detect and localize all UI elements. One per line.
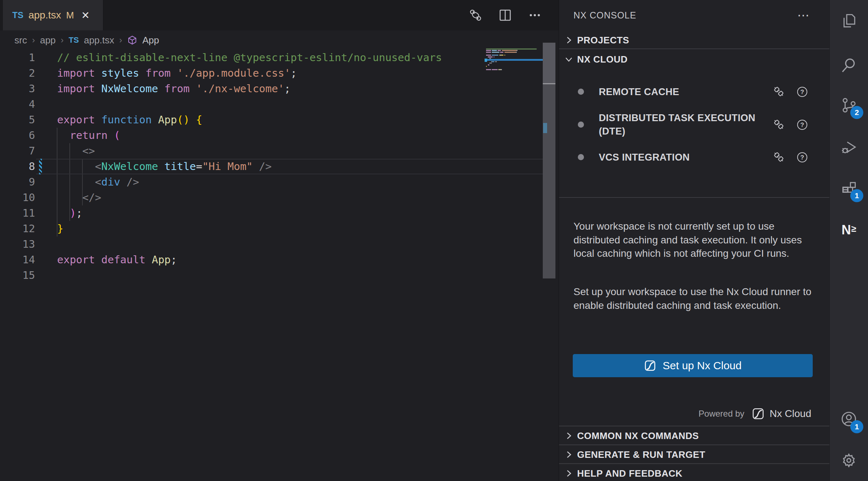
- breadcrumb-separator: ›: [61, 35, 64, 45]
- token-str: './app.module.css': [177, 67, 291, 79]
- nx-cloud-item-label[interactable]: DISTRIBUTED TASK EXECUTION (DTE): [599, 111, 772, 138]
- section-projects[interactable]: PROJECTS: [559, 32, 829, 48]
- tab-app-tsx[interactable]: TS app.tsx M ✕: [3, 0, 103, 30]
- token-kw: import: [57, 67, 95, 79]
- settings-gear-icon[interactable]: [839, 450, 859, 471]
- token-cm: // eslint-disable-next-line @typescript-…: [57, 51, 442, 64]
- nx-cloud-item-label[interactable]: VCS INTEGRATION: [599, 151, 772, 164]
- token-pl: [171, 67, 177, 79]
- section-common-nx-commands[interactable]: COMMON NX COMMANDS: [559, 426, 829, 445]
- gutter-modified-indicator: [39, 159, 42, 174]
- more-actions-icon[interactable]: [528, 8, 542, 22]
- question-icon[interactable]: ?: [796, 151, 808, 163]
- panel-header: NX CONSOLE ⋯: [559, 7, 829, 23]
- minimap-line: [486, 66, 487, 67]
- token-pl: [57, 145, 82, 157]
- status-bullet-icon: [578, 154, 584, 160]
- token-kw: default: [101, 254, 145, 266]
- token-pl: [120, 176, 126, 188]
- line-number: 2: [0, 65, 35, 81]
- breadcrumb-symbol[interactable]: App: [142, 35, 159, 46]
- line-number: 4: [0, 97, 35, 112]
- accounts-icon[interactable]: 1: [839, 409, 859, 430]
- line-number: 12: [0, 221, 35, 237]
- badge-count: 1: [850, 189, 863, 202]
- token-fn: App: [152, 254, 171, 266]
- run-debug-icon[interactable]: [839, 137, 859, 157]
- line-number: 14: [0, 252, 35, 268]
- section-generate-run-target[interactable]: GENERATE & RUN TARGET: [559, 444, 829, 464]
- chevron-right-icon: [564, 469, 573, 478]
- token-br: <: [95, 176, 101, 188]
- token-fn: App: [158, 114, 177, 126]
- svg-text:?: ?: [800, 154, 804, 161]
- token-gold: (): [177, 114, 190, 126]
- token-pl: [152, 114, 158, 126]
- connect-plug-icon[interactable]: [773, 119, 785, 131]
- minimap-line: [486, 64, 489, 65]
- scrollbar-slider-top: [543, 43, 555, 83]
- question-icon[interactable]: ?: [796, 119, 808, 131]
- chevron-down-icon: [564, 55, 573, 64]
- explorer-icon[interactable]: [839, 11, 859, 31]
- section-label: GENERATE & RUN TARGET: [577, 449, 705, 460]
- token-var: title: [164, 160, 196, 173]
- compare-changes-icon[interactable]: [468, 8, 483, 22]
- token-pl: [95, 67, 101, 79]
- token-var: styles: [101, 67, 139, 79]
- panel-title: NX CONSOLE: [573, 10, 636, 21]
- section-nx-cloud-label: NX CLOUD: [577, 54, 628, 65]
- breadcrumb-src[interactable]: src: [14, 35, 27, 46]
- breadcrumb-app[interactable]: app: [40, 35, 56, 46]
- connect-plug-icon[interactable]: [773, 86, 785, 98]
- setup-nx-cloud-button[interactable]: Set up Nx Cloud: [573, 354, 813, 377]
- token-pl: [190, 114, 196, 126]
- editor-scrollbar[interactable]: [543, 0, 555, 481]
- nx-cloud-item-label[interactable]: REMOTE CACHE: [599, 85, 772, 99]
- content-divider: [559, 197, 829, 198]
- token-pl: [95, 82, 101, 95]
- section-nx-cloud[interactable]: NX CLOUD: [559, 49, 829, 69]
- token-pl: [57, 160, 95, 173]
- minimap-line: [486, 63, 492, 64]
- panel-more-actions-icon[interactable]: ⋯: [797, 8, 811, 22]
- search-icon[interactable]: [839, 55, 859, 76]
- minimap-line: [486, 69, 502, 70]
- token-br: />: [126, 176, 139, 188]
- token-pl: [57, 207, 70, 219]
- line-number: 10: [0, 190, 35, 205]
- section-label: HELP AND FEEDBACK: [577, 468, 683, 479]
- badge-count: 2: [850, 106, 863, 119]
- token-var: NxWelcome: [101, 82, 158, 95]
- line-number: 6: [0, 128, 35, 143]
- token-pl: [253, 160, 259, 173]
- minimap-line: [486, 48, 537, 50]
- token-pl: [57, 176, 95, 188]
- section-help-and-feedback[interactable]: HELP AND FEEDBACK: [559, 463, 829, 481]
- line-number: 3: [0, 81, 35, 97]
- token-br: <: [95, 160, 101, 173]
- minimap-modified-marker: [485, 59, 487, 62]
- breadcrumb-file[interactable]: app.tsx: [84, 35, 114, 46]
- source-control-icon[interactable]: 2: [839, 95, 859, 115]
- token-pl: [145, 254, 151, 266]
- token-pl: [57, 191, 82, 204]
- extensions-icon[interactable]: 1: [839, 178, 859, 199]
- token-pun: ;: [171, 254, 177, 266]
- token-kw: return: [70, 129, 108, 141]
- token-pl: [158, 82, 164, 95]
- close-tab-icon[interactable]: ✕: [81, 9, 90, 21]
- token-pun: ;: [291, 67, 297, 79]
- breadcrumb-separator: ›: [32, 35, 35, 45]
- overview-ruler-modified-marker: [543, 123, 547, 133]
- nx-console-icon[interactable]: N≥: [839, 220, 859, 240]
- token-tag: div: [101, 176, 120, 188]
- powered-by: Powered by Nx Cloud: [699, 406, 811, 422]
- line-number: 5: [0, 112, 35, 128]
- split-editor-icon[interactable]: [498, 8, 512, 22]
- connect-plug-icon[interactable]: [773, 151, 785, 163]
- question-icon[interactable]: ?: [796, 86, 808, 98]
- tab-bar: TS app.tsx M ✕: [0, 0, 559, 30]
- editor-region: TS app.tsx M ✕: [0, 0, 559, 481]
- token-pun: ;: [284, 82, 291, 95]
